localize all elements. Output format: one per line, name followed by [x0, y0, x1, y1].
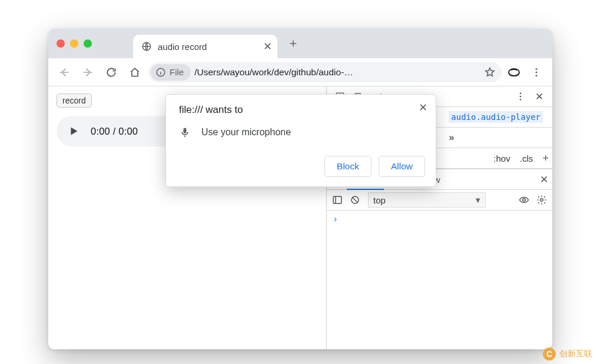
svg-point-5	[536, 75, 538, 76]
url-path: /Users/wayou/work/dev/github/audio-…	[194, 67, 480, 78]
browser-menu-icon[interactable]	[526, 62, 546, 82]
svg-point-11	[520, 99, 522, 101]
more-styles-tabs-icon[interactable]: »	[444, 132, 459, 143]
permission-item: Use your microphone	[179, 126, 425, 138]
browser-window: audio record ✕ File /Users/wayou	[48, 29, 552, 349]
console-sidebar-toggle-icon[interactable]	[329, 192, 346, 208]
svg-point-4	[536, 71, 538, 73]
tab-title: audio record	[158, 42, 262, 52]
window-close-icon[interactable]	[57, 39, 65, 48]
permission-title: file:/// wants to	[179, 104, 425, 116]
watermark: C 创新互联	[543, 348, 592, 360]
live-expression-icon[interactable]	[516, 192, 532, 208]
svg-rect-15	[333, 196, 341, 203]
url-scheme-label: File	[170, 67, 184, 77]
window-zoom-icon[interactable]	[84, 39, 92, 48]
console-body[interactable]: ›	[327, 211, 552, 349]
clear-console-icon[interactable]	[347, 192, 363, 208]
globe-icon	[141, 41, 152, 52]
window-minimize-icon[interactable]	[70, 39, 78, 48]
bookmark-star-icon[interactable]	[484, 66, 496, 78]
record-button[interactable]: record	[57, 93, 92, 108]
watermark-logo-icon: C	[543, 348, 556, 360]
devtools-menu-icon[interactable]	[512, 88, 529, 105]
window-traffic-lights	[57, 39, 92, 48]
reload-button[interactable]	[101, 62, 121, 82]
cls-toggle[interactable]: .cls	[516, 152, 537, 165]
popup-close-icon[interactable]: ✕	[416, 101, 430, 115]
browser-tab[interactable]: audio record ✕	[133, 35, 277, 58]
breadcrumb-audio[interactable]: audio.audio-player	[449, 111, 543, 123]
play-icon[interactable]	[67, 125, 80, 138]
audio-time: 0:00 / 0:00	[91, 126, 138, 137]
console-settings-icon[interactable]	[533, 192, 550, 208]
svg-point-3	[536, 68, 538, 69]
svg-point-18	[540, 199, 543, 202]
microphone-icon	[179, 126, 191, 138]
svg-point-17	[523, 199, 526, 202]
address-bar[interactable]: File /Users/wayou/work/dev/github/audio-…	[148, 62, 502, 82]
hov-toggle[interactable]: :hov	[490, 152, 513, 165]
tab-strip: audio record ✕	[48, 29, 552, 58]
svg-point-9	[520, 92, 522, 94]
console-context-select[interactable]: top ▼	[368, 192, 486, 208]
console-toolbar: top ▼	[327, 190, 552, 211]
tab-close-icon[interactable]: ✕	[262, 41, 273, 52]
permission-popup: ✕ file:/// wants to Use your microphone …	[165, 94, 436, 187]
block-button[interactable]: Block	[324, 156, 372, 177]
watermark-text: 创新互联	[559, 349, 592, 359]
extension-icon[interactable]	[505, 64, 523, 81]
allow-button[interactable]: Allow	[379, 156, 425, 177]
console-prompt: ›	[333, 214, 338, 225]
back-button[interactable]	[54, 62, 74, 82]
permission-actions: Block Allow	[179, 156, 425, 177]
devtools-close-icon[interactable]: ✕	[531, 88, 548, 105]
chevron-down-icon: ▼	[474, 196, 482, 205]
new-style-rule-icon[interactable]: +	[539, 152, 552, 164]
browser-toolbar: File /Users/wayou/work/dev/github/audio-…	[48, 58, 552, 86]
new-tab-button[interactable]	[284, 35, 302, 52]
forward-button[interactable]	[78, 62, 98, 82]
home-button[interactable]	[125, 62, 145, 82]
svg-point-10	[520, 96, 522, 98]
drawer-close-icon[interactable]: ✕	[536, 171, 552, 188]
url-scheme-chip[interactable]: File	[151, 64, 191, 81]
info-icon	[155, 67, 166, 78]
permission-item-label: Use your microphone	[201, 127, 291, 138]
